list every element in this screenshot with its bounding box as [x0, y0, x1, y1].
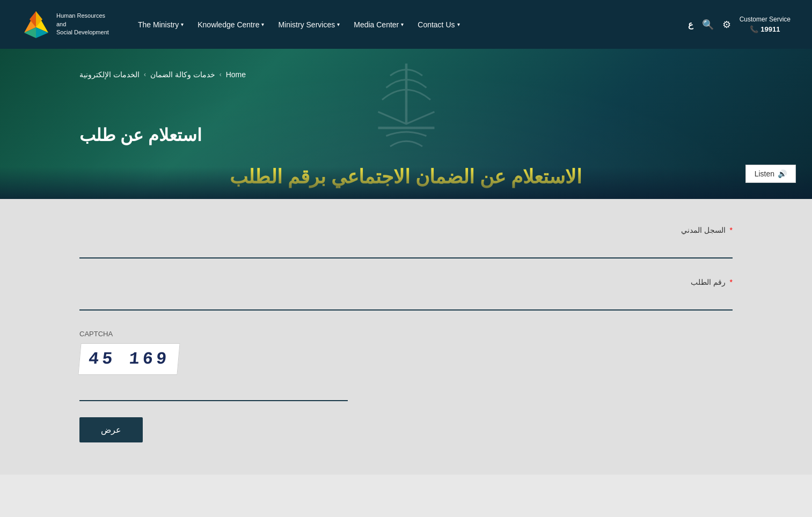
- ministry-logo-icon: [21, 9, 51, 41]
- captcha-section: CAPTCHA 45 169: [79, 330, 733, 401]
- required-marker: *: [730, 226, 733, 234]
- nav-item-services[interactable]: Ministry Services ▾: [273, 16, 345, 33]
- chevron-down-icon: ▾: [181, 21, 184, 27]
- settings-icon[interactable]: ⚙: [722, 19, 731, 31]
- listen-label: Listen: [755, 169, 774, 178]
- chevron-down-icon: ▾: [337, 21, 340, 27]
- page-title: استعلام عن طلب: [79, 125, 202, 145]
- submit-label: عرض: [101, 425, 121, 434]
- nav-item-contact[interactable]: Contact Us ▾: [412, 16, 465, 33]
- language-toggle[interactable]: ع: [688, 19, 693, 29]
- header-left: Human Resources and Social Development T…: [21, 9, 465, 41]
- civil-record-group: * السجل المدني: [79, 226, 733, 258]
- breadcrumb-home[interactable]: Home: [226, 70, 246, 79]
- chevron-down-icon: ▾: [261, 21, 264, 27]
- breadcrumb-level3[interactable]: الخدمات الإلكترونية: [79, 70, 140, 79]
- chevron-down-icon: ▾: [401, 21, 404, 27]
- nav-item-media[interactable]: Media Center ▾: [348, 16, 409, 33]
- phone-icon: 📞: [750, 24, 758, 35]
- captcha-input[interactable]: [79, 382, 348, 401]
- chevron-down-icon: ▾: [457, 21, 460, 27]
- captcha-image: 45 169: [78, 343, 180, 375]
- civil-record-label: * السجل المدني: [79, 226, 733, 234]
- submit-button[interactable]: عرض: [79, 417, 143, 442]
- breadcrumb: Home › خدمات وكالة الضمان › الخدمات الإل…: [79, 70, 246, 79]
- breadcrumb-separator: ›: [144, 71, 146, 78]
- request-number-input[interactable]: [79, 292, 733, 311]
- customer-service-info: Customer Service 📞 19911: [740, 14, 791, 35]
- nav-item-knowledge[interactable]: Knowledge Centre ▾: [192, 16, 269, 33]
- saudi-emblem: [366, 60, 447, 156]
- speaker-icon: 🔊: [778, 169, 787, 178]
- request-number-group: * رقم الطلب: [79, 278, 733, 311]
- site-header: Human Resources and Social Development T…: [0, 0, 812, 49]
- logo-area[interactable]: Human Resources and Social Development: [21, 9, 110, 41]
- breadcrumb-separator: ›: [220, 71, 222, 78]
- logo-text: Human Resources and Social Development: [56, 12, 110, 36]
- request-number-label: * رقم الطلب: [79, 278, 733, 286]
- captcha-label: CAPTCHA: [79, 330, 733, 338]
- main-nav: The Ministry ▾ Knowledge Centre ▾ Minist…: [133, 16, 465, 33]
- breadcrumb-level2[interactable]: خدمات وكالة الضمان: [150, 70, 215, 79]
- city-lights-decoration: [0, 167, 812, 199]
- form-section: * السجل المدني * رقم الطلب CAPTCHA 45 16…: [0, 199, 812, 475]
- hero-banner: Home › خدمات وكالة الضمان › الخدمات الإل…: [0, 49, 812, 199]
- header-right: ع 🔍 ⚙ Customer Service 📞 19911: [688, 14, 791, 35]
- search-icon[interactable]: 🔍: [702, 19, 714, 31]
- listen-button[interactable]: Listen 🔊: [745, 165, 796, 183]
- civil-record-input[interactable]: [79, 240, 733, 258]
- required-marker: *: [730, 278, 733, 286]
- nav-item-ministry[interactable]: The Ministry ▾: [133, 16, 189, 33]
